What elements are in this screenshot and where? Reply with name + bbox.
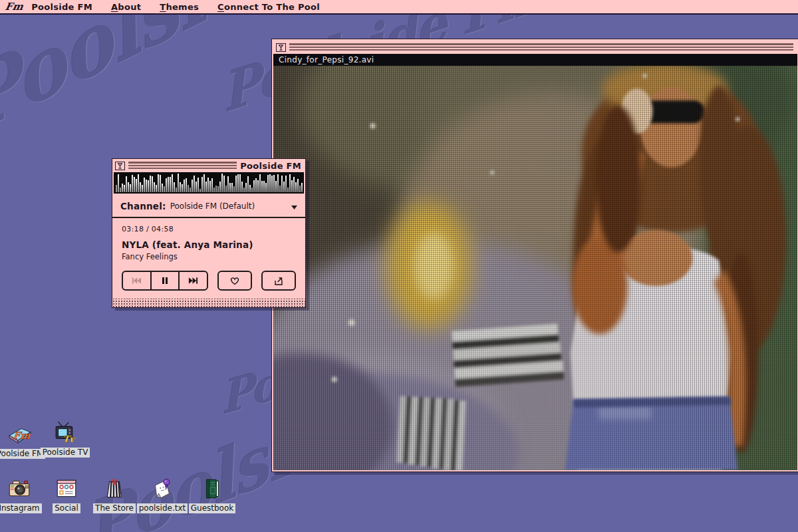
close-button[interactable] <box>115 162 125 170</box>
player-window: Poolside FM Channel: Poolside FM (Defaul… <box>112 158 306 308</box>
titlebar-stripes <box>128 162 237 170</box>
channel-label: Channel: <box>120 201 166 211</box>
desktop-icon-guestbook[interactable]: Guestbook <box>191 476 233 513</box>
desktop-icon-the-store[interactable]: The Store <box>93 476 136 513</box>
shopping-bag-icon <box>102 476 127 501</box>
video-filename: Cindy_for_Pepsi_92.avi <box>279 55 374 65</box>
video-content <box>273 66 797 470</box>
menu-app-name[interactable]: Poolside FM <box>31 2 92 12</box>
skip-back-icon <box>132 277 142 285</box>
video-window: Cindy_for_Pepsi_92.avi <box>271 39 798 472</box>
note-pushpin-icon <box>150 476 175 501</box>
time-elapsed-duration: 03:18 / 04:58 <box>122 225 296 233</box>
desktop-icon-poolside-fm[interactable]: Fm Poolside FM <box>0 422 41 459</box>
player-controls <box>112 263 305 299</box>
menu-item-connect[interactable]: Connect To The Pool <box>217 2 320 12</box>
track-artist: Fancy Feelings <box>122 252 296 261</box>
desktop: Poolside Fm Poolside Fm Poolside Fm Pool… <box>0 0 798 532</box>
browser-window-icon <box>54 476 79 501</box>
previous-track-button[interactable] <box>123 272 150 289</box>
svg-text:Fm: Fm <box>12 430 31 442</box>
pause-button[interactable] <box>150 272 179 289</box>
icon-label: Poolside FM <box>0 449 45 459</box>
icon-label: Instagram <box>0 503 42 513</box>
poolside-fm-app-icon: Fm <box>7 422 33 447</box>
martini-close-icon <box>278 44 284 51</box>
icon-label: Guestbook <box>189 503 236 513</box>
close-button[interactable] <box>276 43 286 52</box>
desktop-icon-poolside-txt[interactable]: poolside.txt <box>141 476 184 513</box>
desktop-icon-poolside-tv[interactable]: Tv Poolside TV <box>44 420 86 458</box>
pause-icon <box>162 277 168 285</box>
player-titlebar[interactable]: Poolside FM <box>112 159 305 172</box>
channel-selector[interactable]: Channel: Poolside FM (Default) <box>112 194 305 217</box>
menu-item-themes[interactable]: Themes <box>160 2 199 12</box>
share-icon <box>273 276 284 286</box>
window-texture <box>112 299 305 307</box>
poolside-tv-app-icon: Tv <box>53 420 78 446</box>
equalizer-visualizer <box>114 172 304 194</box>
skip-forward-icon <box>188 277 198 285</box>
camera-icon <box>7 476 32 501</box>
chevron-down-icon <box>291 200 297 212</box>
icon-label: Social <box>53 503 80 513</box>
menu-bar: Fm Poolside FM About Themes Connect To T… <box>0 0 798 15</box>
video-window-titlebar[interactable] <box>273 41 797 54</box>
desktop-icon-instagram[interactable]: Instagram <box>0 476 41 513</box>
menu-item-about[interactable]: About <box>111 2 141 12</box>
martini-close-icon <box>117 162 123 170</box>
desktop-icon-social[interactable]: Social <box>45 476 88 513</box>
track-info: 03:18 / 04:58 NYLA (feat. Anya Marina) F… <box>112 218 305 263</box>
icon-label: The Store <box>93 503 136 513</box>
track-title: NYLA (feat. Anya Marina) <box>122 239 296 250</box>
svg-text:Tv: Tv <box>62 434 77 444</box>
transport-buttons <box>122 271 208 291</box>
book-icon <box>200 476 225 501</box>
video-filename-bar: Cindy_for_Pepsi_92.avi <box>273 54 797 66</box>
heart-icon <box>229 276 240 285</box>
favorite-button[interactable] <box>217 271 252 291</box>
icon-label: poolside.txt <box>137 503 188 513</box>
next-track-button[interactable] <box>178 272 207 289</box>
icon-label: Poolside TV <box>41 448 90 458</box>
video-frame-art <box>273 66 797 470</box>
poolside-script-logo-icon: Fm <box>4 1 24 13</box>
channel-value: Poolside FM (Default) <box>170 201 255 211</box>
titlebar-stripes <box>289 43 793 51</box>
share-button[interactable] <box>261 271 296 291</box>
player-window-title: Poolside FM <box>240 161 301 171</box>
